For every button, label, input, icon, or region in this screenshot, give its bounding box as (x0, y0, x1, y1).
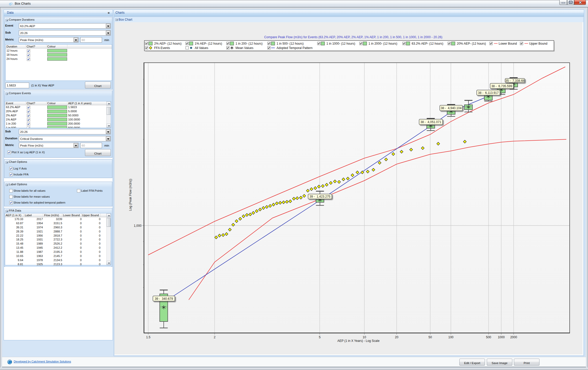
svg-text:1 in 500- (12 hours): 1 in 500- (12 hours) (277, 42, 304, 45)
svg-text:Adopted Temporal Pattern: Adopted Temporal Pattern (277, 46, 312, 50)
svg-text:2: 2 (214, 335, 216, 339)
svg-text:50: 50 (428, 335, 432, 339)
svg-text:100: 100 (448, 335, 453, 339)
svg-text:AEP (1 in X Years) - Log Scale: AEP (1 in X Years) - Log Scale (337, 339, 380, 343)
svg-text:Mean Values: Mean Values (236, 46, 253, 50)
svg-text:1 in 1000- (12 hours): 1 in 1000- (12 hours) (326, 42, 355, 45)
svg-text:1 in 2000- (12 hours): 1 in 2000- (12 hours) (369, 42, 397, 45)
svg-text:Compare Peak Flow (m3/s) for E: Compare Peak Flow (m3/s) for Events (63.… (264, 35, 442, 39)
svg-text:Upper Bound: Upper Bound (529, 42, 547, 45)
svg-text:38 - 6,735.599: 38 - 6,735.599 (491, 84, 512, 88)
svg-text:1.5: 1.5 (146, 335, 151, 339)
svg-text:10: 10 (363, 335, 366, 339)
svg-text:38 - 4,051.071: 38 - 4,051.071 (420, 120, 441, 124)
svg-text:39 - 1,423.275: 39 - 1,423.275 (310, 195, 331, 198)
svg-text:63.2% AEP- (12 hours): 63.2% AEP- (12 hours) (412, 42, 443, 45)
svg-text:All Values: All Values (195, 46, 208, 50)
svg-text:38 - 4,940.104: 38 - 4,940.104 (441, 106, 462, 110)
svg-text:20% AEP- (12 hours): 20% AEP- (12 hours) (457, 42, 486, 45)
svg-text:1,000: 1,000 (134, 224, 142, 228)
svg-text:39 - 340.679: 39 - 340.679 (155, 297, 173, 301)
svg-text:FFA Events: FFA Events (154, 46, 170, 50)
svg-text:1000: 1000 (498, 335, 505, 339)
svg-text:1 in 200- (12 hours): 1 in 200- (12 hours) (236, 42, 263, 45)
svg-text:35 - 7,338.68: 35 - 7,338.68 (505, 79, 524, 83)
svg-text:20: 20 (395, 335, 398, 339)
svg-text:1% AEP- (12 hours): 1% AEP- (12 hours) (195, 42, 222, 45)
svg-text:Log (Peak Flow (m3/s)): Log (Peak Flow (m3/s)) (129, 179, 132, 211)
svg-text:5: 5 (319, 335, 321, 339)
svg-text:500: 500 (486, 335, 491, 339)
svg-text:38 - 6,113.917: 38 - 6,113.917 (478, 91, 499, 95)
svg-text:Lower Bound: Lower Bound (499, 42, 517, 45)
svg-text:2000: 2000 (510, 335, 517, 339)
svg-text:2% AEP- (12 hours): 2% AEP- (12 hours) (154, 42, 182, 45)
